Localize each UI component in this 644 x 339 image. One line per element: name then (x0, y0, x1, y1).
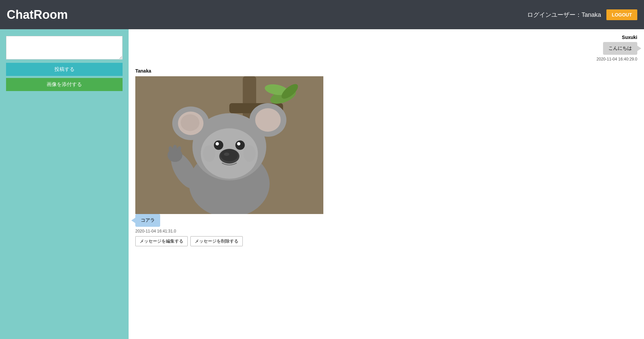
svg-point-23 (173, 145, 177, 152)
svg-point-9 (181, 114, 199, 131)
bubble-text-tanaka: コアラ (141, 217, 155, 223)
main-layout: 投稿する 画像を添付する Suxuki こんにちは 2020-11-04 16:… (0, 29, 644, 339)
post-button[interactable]: 投稿する (6, 63, 123, 76)
svg-point-16 (221, 149, 238, 161)
svg-point-14 (237, 142, 240, 145)
svg-point-19 (243, 145, 256, 162)
timestamp-tanaka: 2020-11-04 16:41:31.0 (135, 229, 176, 234)
bubble-tanaka: コアラ (135, 214, 160, 227)
image-attach-button[interactable]: 画像を添付する (6, 78, 123, 91)
message-tanaka: Tanaka (135, 68, 637, 246)
app-title: ChatRoom (7, 8, 68, 22)
timestamp-suxuki: 2020-11-04 16:40:29.0 (597, 57, 637, 61)
logged-in-user: ログインユーザー：Tanaka (527, 11, 601, 19)
header: ChatRoom ログインユーザー：Tanaka LOGOUT (0, 0, 644, 29)
username-suxuki: Suxuki (622, 35, 637, 40)
svg-point-8 (255, 108, 281, 132)
bubble-suxuki: こんにちは (603, 42, 637, 55)
svg-point-18 (203, 145, 215, 162)
koala-svg (135, 76, 323, 214)
delete-message-button[interactable]: メッセージを削除する (190, 236, 243, 246)
logout-button[interactable]: LOGOUT (606, 9, 637, 20)
message-suxuki: Suxuki こんにちは 2020-11-04 16:40:29.0 (135, 35, 637, 61)
header-right: ログインユーザー：Tanaka LOGOUT (527, 9, 637, 20)
username-tanaka: Tanaka (135, 68, 151, 74)
koala-image (135, 76, 323, 214)
chat-area: Suxuki こんにちは 2020-11-04 16:40:29.0 Tanak… (129, 29, 644, 339)
bubble-text-suxuki: こんにちは (608, 45, 632, 51)
sidebar: 投稿する 画像を添付する (0, 29, 129, 339)
svg-point-17 (224, 153, 229, 156)
edit-message-button[interactable]: メッセージを編集する (135, 236, 188, 246)
svg-point-12 (235, 140, 245, 150)
message-actions: メッセージを編集する メッセージを削除する (135, 236, 243, 246)
svg-point-13 (216, 142, 219, 145)
message-input[interactable] (6, 36, 123, 59)
svg-point-11 (214, 140, 223, 150)
